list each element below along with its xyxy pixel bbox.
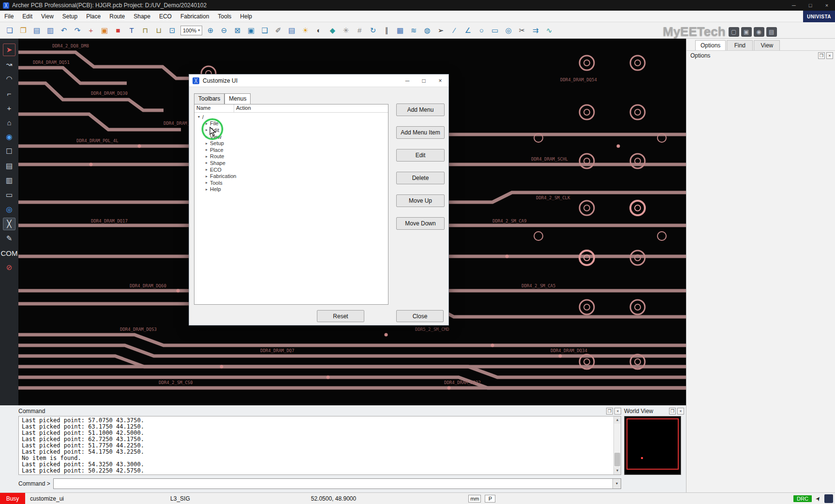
tree-item-view[interactable]: ▸ View bbox=[194, 133, 388, 140]
panel-tab-find[interactable]: Find bbox=[727, 40, 753, 50]
edit-shape-icon[interactable]: ✎ bbox=[3, 232, 15, 245]
com-icon[interactable]: COM bbox=[3, 247, 15, 259]
menu-help[interactable]: Help bbox=[236, 11, 256, 22]
close-panel-icon[interactable]: × bbox=[826, 52, 833, 59]
menu-route[interactable]: Route bbox=[105, 11, 129, 22]
column-header-name[interactable]: Name bbox=[194, 104, 234, 112]
tree-item-route[interactable]: ▸ Route bbox=[194, 153, 388, 160]
redo-icon[interactable]: ↷ bbox=[71, 24, 84, 37]
collapse-arrow-icon[interactable]: ▸ bbox=[204, 161, 209, 165]
via-tool-icon[interactable]: ◎ bbox=[502, 24, 515, 37]
net-label-icon[interactable]: ◍ bbox=[421, 24, 433, 37]
save-all-icon[interactable]: ▥ bbox=[44, 24, 57, 37]
undo-icon[interactable]: ↶ bbox=[58, 24, 70, 37]
delete-icon[interactable]: ■ bbox=[112, 24, 124, 37]
menu-eco[interactable]: ECO bbox=[155, 11, 176, 22]
tree-item-eco[interactable]: ▸ ECO bbox=[194, 166, 388, 173]
cross-probe-icon[interactable]: ╳ bbox=[3, 218, 15, 230]
dialog-close-button[interactable]: × bbox=[432, 74, 448, 87]
line-tool-icon[interactable]: ∕ bbox=[448, 24, 461, 37]
scroll-up-icon[interactable]: ▲ bbox=[614, 416, 621, 424]
move-icon[interactable]: + bbox=[85, 24, 97, 37]
grid-icon[interactable]: # bbox=[353, 24, 366, 37]
collapse-arrow-icon[interactable]: ▸ bbox=[204, 187, 209, 192]
move-down-button[interactable]: Move Down bbox=[396, 217, 445, 230]
report-icon[interactable]: ▤ bbox=[285, 24, 298, 37]
draw-tool-icon[interactable]: ➢ bbox=[434, 24, 447, 37]
save-file-icon[interactable]: ▤ bbox=[30, 24, 43, 37]
panel-tab-view[interactable]: View bbox=[754, 40, 780, 50]
angle-tool-icon[interactable]: ∠ bbox=[462, 24, 474, 37]
collapse-arrow-icon[interactable]: ▸ bbox=[204, 141, 209, 146]
bus-route-icon[interactable]: ⇉ bbox=[529, 24, 542, 37]
menu-file[interactable]: File bbox=[0, 11, 18, 22]
net-shading-icon[interactable]: ✳ bbox=[340, 24, 352, 37]
find-icon[interactable]: ❑ bbox=[258, 24, 271, 37]
no-entry-icon[interactable]: ⊘ bbox=[3, 261, 15, 274]
slide-route-icon[interactable]: ↝ bbox=[3, 58, 15, 71]
unlock-icon[interactable]: ⊔ bbox=[152, 24, 165, 37]
command-history-dropdown[interactable]: ▾ bbox=[612, 479, 621, 489]
transparency-icon[interactable]: ◆ bbox=[326, 24, 339, 37]
layer-a-icon[interactable]: ▤ bbox=[3, 160, 15, 172]
dock-panel-icon[interactable]: ❐ bbox=[818, 52, 825, 59]
panel-tab-options[interactable]: Options bbox=[695, 40, 726, 50]
zoom-out-icon[interactable]: ⊖ bbox=[218, 24, 230, 37]
menu-tree-list[interactable]: Name Action ▾ / ▸ File bbox=[194, 104, 388, 305]
menu-place[interactable]: Place bbox=[82, 11, 105, 22]
zoom-window-icon[interactable]: ⊡ bbox=[166, 24, 179, 37]
corner-grip[interactable] bbox=[824, 494, 833, 503]
tree-item-help[interactable]: ▸ Help bbox=[194, 186, 388, 193]
tree-item-fabrication[interactable]: ▸ Fabrication bbox=[194, 173, 388, 179]
dialog-title-bar[interactable]: ╳ Customize UI ─ □ × bbox=[189, 74, 448, 87]
active-layer[interactable]: L3_SIG bbox=[170, 495, 190, 502]
tree-item-tools[interactable]: ▸ Tools bbox=[194, 179, 388, 186]
rect-tool-icon[interactable]: ▭ bbox=[489, 24, 501, 37]
new-file-icon[interactable]: ❏ bbox=[3, 24, 16, 37]
scrollbar-thumb[interactable] bbox=[614, 453, 620, 466]
log-scrollbar[interactable]: ▲ ▼ bbox=[613, 416, 621, 474]
open-file-icon[interactable]: ❐ bbox=[17, 24, 30, 37]
expand-arrow-icon[interactable]: ▾ bbox=[196, 115, 201, 119]
brightness-icon[interactable]: ☀ bbox=[299, 24, 312, 37]
shade-mode-icon[interactable]: ◐ bbox=[313, 24, 325, 37]
zoom-level-select[interactable]: 100% ▾ bbox=[180, 26, 202, 35]
close-panel-icon[interactable]: × bbox=[677, 408, 684, 415]
p-toggle[interactable]: P bbox=[485, 495, 495, 503]
color-grid-icon[interactable]: ▦ bbox=[394, 24, 406, 37]
refresh-icon[interactable]: ↻ bbox=[367, 24, 379, 37]
move-tool-icon[interactable]: + bbox=[3, 102, 15, 114]
units-toggle[interactable]: mm bbox=[468, 495, 481, 503]
reset-button[interactable]: Reset bbox=[317, 310, 364, 322]
menu-view[interactable]: View bbox=[37, 11, 58, 22]
drc-status-badge[interactable]: DRC bbox=[793, 495, 812, 502]
menu-shape[interactable]: Shape bbox=[129, 11, 155, 22]
collapse-arrow-icon[interactable]: ▸ bbox=[204, 148, 209, 152]
dialog-tab-menus[interactable]: Menus bbox=[224, 93, 251, 104]
command-input[interactable] bbox=[53, 478, 621, 489]
text-icon[interactable]: T bbox=[125, 24, 138, 37]
shape-tool-icon[interactable]: ⌂ bbox=[3, 116, 15, 129]
signal-probe-icon[interactable]: ∥ bbox=[380, 24, 393, 37]
edit-button[interactable]: Edit bbox=[396, 149, 445, 162]
world-view-canvas[interactable] bbox=[624, 416, 681, 475]
maximize-button[interactable]: □ bbox=[802, 2, 819, 8]
delete-button[interactable]: Delete bbox=[396, 172, 445, 184]
menu-fabrication[interactable]: Fabrication bbox=[176, 11, 213, 22]
scroll-down-icon[interactable]: ▼ bbox=[614, 467, 621, 474]
dock-panel-icon[interactable]: ❐ bbox=[669, 408, 676, 415]
collapse-arrow-icon[interactable]: ▸ bbox=[204, 167, 209, 172]
tree-item-shape[interactable]: ▸ Shape bbox=[194, 160, 388, 166]
dialog-tab-toolbars[interactable]: Toolbars bbox=[194, 93, 224, 104]
tree-item-setup[interactable]: ▸ Setup bbox=[194, 140, 388, 147]
cut-tool-icon[interactable]: ✂ bbox=[516, 24, 528, 37]
collapse-arrow-icon[interactable]: ▸ bbox=[204, 154, 209, 159]
select-rect-icon[interactable]: ☐ bbox=[3, 145, 15, 158]
menu-setup[interactable]: Setup bbox=[58, 11, 82, 22]
dialog-minimize-button[interactable]: ─ bbox=[399, 74, 416, 87]
layer-b-icon[interactable]: ▥ bbox=[3, 174, 15, 187]
via-dot-icon[interactable]: ◉ bbox=[3, 131, 15, 143]
tree-root[interactable]: ▾ / bbox=[194, 114, 388, 120]
dialog-maximize-button[interactable]: □ bbox=[416, 74, 432, 87]
lock-icon[interactable]: ⊓ bbox=[139, 24, 151, 37]
